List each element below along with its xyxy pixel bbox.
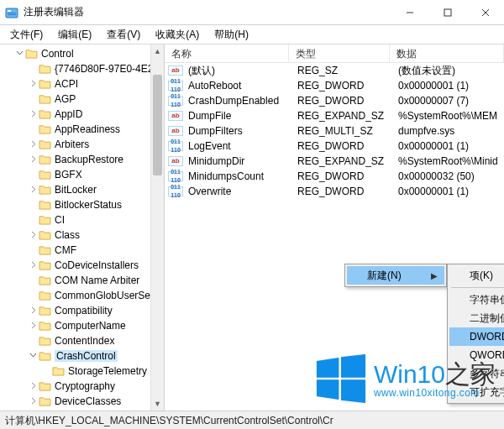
expand-toggle-icon[interactable] bbox=[27, 397, 39, 406]
expand-toggle-icon[interactable] bbox=[27, 382, 39, 391]
tree-item[interactable]: ContentIndex bbox=[0, 333, 164, 348]
tree-item[interactable]: CoDeviceInstallers bbox=[0, 258, 164, 273]
folder-icon bbox=[39, 93, 52, 105]
tree-item[interactable]: DeviceClasses bbox=[0, 394, 164, 409]
list-pane: 名称 类型 数据 ab(默认)REG_SZ(数值未设置)011110AutoRe… bbox=[165, 44, 504, 411]
minimize-button[interactable] bbox=[391, 0, 428, 25]
string-value-icon: ab bbox=[168, 65, 183, 76]
column-data[interactable]: 数据 bbox=[390, 44, 504, 62]
folder-icon bbox=[39, 139, 52, 150]
close-button[interactable] bbox=[466, 0, 504, 25]
value-row[interactable]: 011110OverwriteREG_DWORD0x00000001 (1) bbox=[165, 184, 504, 199]
value-data: %SystemRoot%\Minid bbox=[393, 155, 504, 167]
value-row[interactable]: 011110MinidumpsCountREG_DWORD0x00000032 … bbox=[165, 169, 504, 184]
value-data: %SystemRoot%\MEM bbox=[393, 110, 504, 122]
expand-toggle-icon[interactable] bbox=[27, 322, 39, 331]
tree-item[interactable]: Class bbox=[0, 228, 164, 243]
expand-toggle-icon[interactable] bbox=[27, 231, 39, 240]
tree-item-label: CrashControl bbox=[55, 350, 118, 362]
expand-toggle-icon[interactable] bbox=[13, 50, 25, 59]
tree-item-label: AppID bbox=[55, 108, 82, 120]
menu-help[interactable]: 帮助(H) bbox=[207, 26, 255, 44]
ctx-new-qword[interactable]: QWORD (64 位)值(Q) bbox=[449, 346, 504, 364]
expand-toggle-icon[interactable] bbox=[27, 140, 39, 149]
tree-item[interactable]: BitlockerStatus bbox=[0, 197, 164, 212]
menu-edit[interactable]: 编辑(E) bbox=[51, 26, 98, 44]
column-type[interactable]: 类型 bbox=[289, 44, 390, 62]
tree-item[interactable]: AppID bbox=[0, 107, 164, 122]
tree-item[interactable]: {7746D80F-97E0-4E26-… bbox=[0, 61, 164, 76]
ctx-new[interactable]: 新建(N) ▶ bbox=[347, 266, 444, 285]
tree-item[interactable]: AppReadiness bbox=[0, 122, 164, 137]
tree-content[interactable]: Control{7746D80F-97E0-4E26-…ACPIAGPAppID… bbox=[0, 44, 164, 411]
tree-item[interactable]: StorageTelemetry bbox=[0, 364, 164, 379]
tree-item[interactable]: Cryptography bbox=[0, 379, 164, 394]
value-row[interactable]: abMinidumpDirREG_EXPAND_SZ%SystemRoot%\M… bbox=[165, 154, 504, 169]
value-data: 0x00000001 (1) bbox=[393, 186, 504, 197]
expand-toggle-icon[interactable] bbox=[27, 186, 39, 195]
value-type: REG_SZ bbox=[292, 65, 393, 76]
expand-toggle-icon[interactable] bbox=[27, 352, 39, 361]
scroll-down-icon[interactable]: ▼ bbox=[151, 397, 164, 411]
expand-toggle-icon[interactable] bbox=[27, 306, 39, 316]
tree-item[interactable]: Control bbox=[0, 46, 164, 61]
tree-item[interactable]: CrashControl bbox=[0, 348, 164, 364]
tree-item[interactable]: Compatibility bbox=[0, 303, 164, 318]
value-row[interactable]: ab(默认)REG_SZ(数值未设置) bbox=[165, 63, 504, 78]
expand-toggle-icon[interactable] bbox=[27, 261, 39, 270]
tree-item[interactable]: COM Name Arbiter bbox=[0, 273, 164, 288]
expand-toggle-icon[interactable] bbox=[27, 110, 39, 119]
value-data: dumpfve.sys bbox=[393, 125, 504, 137]
tree-item[interactable]: BackupRestore bbox=[0, 152, 164, 167]
tree-item[interactable]: ComputerName bbox=[0, 318, 164, 333]
column-name[interactable]: 名称 bbox=[165, 44, 289, 62]
scroll-up-icon[interactable]: ▲ bbox=[151, 44, 164, 58]
tree-item[interactable]: BitLocker bbox=[0, 182, 164, 197]
value-row[interactable]: 011110CrashDumpEnabledREG_DWORD0x0000000… bbox=[165, 93, 504, 108]
ctx-new-expandstring[interactable]: 可扩充字符串值(E) bbox=[449, 383, 504, 401]
list-body[interactable]: ab(默认)REG_SZ(数值未设置)011110AutoRebootREG_D… bbox=[165, 63, 504, 199]
binary-value-icon: 011110 bbox=[168, 171, 183, 181]
tree-pane: Control{7746D80F-97E0-4E26-…ACPIAGPAppID… bbox=[0, 44, 165, 411]
value-type: REG_DWORD bbox=[292, 80, 393, 92]
tree-item[interactable]: CI bbox=[0, 212, 164, 228]
ctx-new-binary[interactable]: 二进制值(B) bbox=[449, 309, 504, 327]
value-row[interactable]: 011110AutoRebootREG_DWORD0x00000001 (1) bbox=[165, 78, 504, 93]
tree-item-label: StorageTelemetry bbox=[68, 365, 147, 377]
folder-icon bbox=[39, 395, 52, 407]
folder-icon bbox=[39, 154, 52, 165]
tree-item[interactable]: Arbiters bbox=[0, 137, 164, 152]
tree-scrollbar[interactable]: ▲ ▼ bbox=[150, 44, 164, 411]
scroll-thumb[interactable] bbox=[153, 75, 162, 175]
binary-value-icon: 011110 bbox=[168, 81, 183, 91]
ctx-new-dword[interactable]: DWORD (32 位)值(D) bbox=[449, 327, 504, 346]
tree-item-label: ComputerName bbox=[55, 320, 126, 332]
tree-item-label: ContentIndex bbox=[55, 335, 114, 347]
expand-toggle-icon[interactable] bbox=[27, 155, 39, 165]
value-data: 0x00000001 (1) bbox=[393, 140, 504, 152]
folder-icon bbox=[39, 380, 52, 392]
scroll-track[interactable] bbox=[151, 58, 164, 397]
tree-item[interactable]: CMF bbox=[0, 243, 164, 258]
ctx-new-key[interactable]: 项(K) bbox=[449, 266, 504, 285]
tree-item[interactable]: CommonGlobUserSett… bbox=[0, 288, 164, 303]
value-row[interactable]: abDumpFileREG_EXPAND_SZ%SystemRoot%\MEM bbox=[165, 108, 504, 123]
value-type: REG_MULTI_SZ bbox=[292, 125, 393, 137]
tree-item[interactable]: AGP bbox=[0, 92, 164, 107]
value-row[interactable]: 011110LogEventREG_DWORD0x00000001 (1) bbox=[165, 139, 504, 154]
tree-item[interactable]: BGFX bbox=[0, 167, 164, 182]
folder-icon bbox=[39, 78, 52, 90]
status-bar: 计算机\HKEY_LOCAL_MACHINE\SYSTEM\CurrentCon… bbox=[0, 411, 504, 429]
expand-toggle-icon[interactable] bbox=[27, 80, 39, 89]
menu-favorites[interactable]: 收藏夹(A) bbox=[149, 26, 206, 44]
ctx-new-string[interactable]: 字符串值(S) bbox=[449, 290, 504, 309]
menu-view[interactable]: 查看(V) bbox=[100, 26, 147, 44]
tree-item[interactable]: ACPI bbox=[0, 76, 164, 92]
tree-item-label: Cryptography bbox=[55, 380, 115, 392]
menu-file[interactable]: 文件(F) bbox=[3, 26, 50, 44]
value-row[interactable]: abDumpFiltersREG_MULTI_SZdumpfve.sys bbox=[165, 123, 504, 139]
maximize-button[interactable] bbox=[428, 0, 466, 25]
value-type: REG_EXPAND_SZ bbox=[292, 110, 393, 122]
tree-item-label: CommonGlobUserSett… bbox=[55, 290, 162, 301]
ctx-new-multistring[interactable]: 多字符串值(M) bbox=[449, 364, 504, 383]
